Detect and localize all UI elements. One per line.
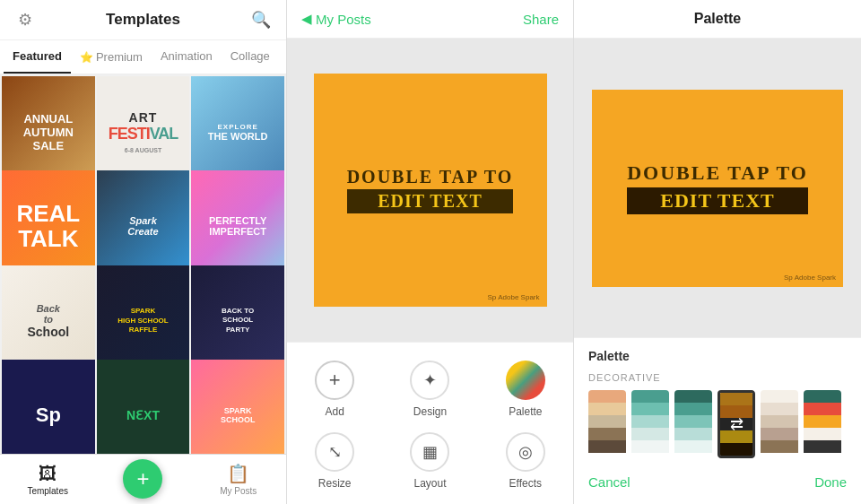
tool-resize-label: Resize <box>318 477 352 490</box>
template-11[interactable]: NƐXT <box>97 360 190 454</box>
left-panel: ⚙ Templates 🔍 Featured ⭐ Premium Animati… <box>0 0 287 504</box>
shuffle-selected-icon: ⇄ <box>730 414 744 434</box>
tab-featured[interactable]: Featured <box>4 40 71 74</box>
fab-button[interactable]: + <box>123 459 162 499</box>
tool-palette[interactable]: Palette <box>478 353 573 425</box>
share-button[interactable]: Share <box>523 12 559 27</box>
tool-add[interactable]: + Add <box>287 353 382 425</box>
right-panel-header: Palette <box>574 0 861 39</box>
swatch-4-selected[interactable]: ⇄ <box>718 390 755 458</box>
palette-panel: Palette DECORATIVE <box>574 337 861 504</box>
premium-star-icon: ⭐ <box>80 51 93 64</box>
tool-add-label: Add <box>325 405 344 418</box>
add-icon: + <box>315 361 354 400</box>
swatch-3[interactable] <box>674 390 712 458</box>
left-header: ⚙ Templates 🔍 <box>0 0 286 40</box>
tool-design[interactable]: ✦ Design <box>382 353 477 425</box>
swatch-2[interactable] <box>631 390 669 458</box>
back-label: My Posts <box>316 12 371 27</box>
tool-effects-label: Effects <box>509 477 542 490</box>
canvas-area: DOUBLE TAP TO EDIT TEXT Sp Adobe Spark <box>287 39 573 342</box>
adobe-spark-icon: Sp <box>487 293 496 301</box>
tool-layout-label: Layout <box>413 477 446 490</box>
swatch-1[interactable] <box>588 390 626 458</box>
tools-row: + Add ✦ Design Palette ⤡ Resize ▦ Layout… <box>287 342 573 504</box>
middle-header: ◀ My Posts Share <box>287 0 573 39</box>
nav-fab[interactable]: + <box>95 459 190 500</box>
right-panel: Palette DOUBLE TAP TO EDIT TEXT Sp Adobe… <box>574 0 861 504</box>
nav-my-posts-label: My Posts <box>220 486 257 496</box>
left-panel-title: Templates <box>36 11 250 29</box>
effects-icon: ◎ <box>506 432 545 472</box>
nav-templates[interactable]: 🖼 Templates <box>0 464 95 496</box>
back-chevron-icon: ◀ <box>301 11 312 27</box>
resize-icon: ⤡ <box>315 432 354 472</box>
tool-effects[interactable]: ◎ Effects <box>478 425 573 497</box>
tab-premium[interactable]: ⭐ Premium <box>71 40 152 74</box>
my-posts-nav-icon: 📋 <box>227 463 249 484</box>
template-12[interactable]: SPARKSCHOOL <box>191 360 284 454</box>
swatch-6[interactable] <box>804 390 841 458</box>
canvas-line2: EDIT TEXT <box>347 189 514 213</box>
canvas-box[interactable]: DOUBLE TAP TO EDIT TEXT Sp Adobe Spark <box>314 74 547 307</box>
bottom-nav: 🖼 Templates + 📋 My Posts <box>0 454 286 504</box>
right-canvas-line2: EDIT TEXT <box>627 187 808 214</box>
right-canvas-box[interactable]: DOUBLE TAP TO EDIT TEXT Sp Adobe Spark <box>592 90 843 287</box>
right-adobe-spark-badge: Sp Adobe Spark <box>784 274 836 282</box>
tab-collage[interactable]: Collage <box>222 40 279 74</box>
adobe-spark-badge: Sp Adobe Spark <box>487 293 539 301</box>
cancel-button[interactable]: Cancel <box>588 474 631 490</box>
right-adobe-spark-icon: Sp <box>784 274 793 282</box>
right-canvas-line1: DOUBLE TAP TO <box>627 161 808 185</box>
layout-icon: ▦ <box>410 432 449 472</box>
decorative-label: DECORATIVE <box>588 372 847 383</box>
swatch-5[interactable] <box>761 390 798 458</box>
search-icon[interactable]: 🔍 <box>250 9 272 30</box>
nav-templates-label: Templates <box>27 486 68 496</box>
tab-animation[interactable]: Animation <box>152 40 222 74</box>
canvas-text: DOUBLE TAP TO EDIT TEXT <box>347 167 514 213</box>
palette-panel-title: Palette <box>588 349 847 363</box>
tabs-row: Featured ⭐ Premium Animation Collage <box>0 40 286 74</box>
canvas-line1: DOUBLE TAP TO <box>347 167 514 187</box>
right-canvas-area: DOUBLE TAP TO EDIT TEXT Sp Adobe Spark <box>574 39 861 337</box>
tool-design-label: Design <box>413 405 447 418</box>
gear-icon[interactable]: ⚙ <box>14 9 36 30</box>
palette-swatches: ⇄ <box>588 390 847 458</box>
tool-palette-label: Palette <box>509 405 542 418</box>
back-button[interactable]: ◀ My Posts <box>301 11 371 27</box>
template-10[interactable]: Sp <box>2 360 95 454</box>
tool-layout[interactable]: ▦ Layout <box>382 425 477 497</box>
design-icon: ✦ <box>410 361 449 400</box>
palette-icon <box>506 361 545 400</box>
middle-panel: ◀ My Posts Share DOUBLE TAP TO EDIT TEXT… <box>287 0 574 504</box>
templates-grid: ANNUALAUTUMNSALE ART FESTIVAL 6-8 AUGUST… <box>0 74 286 454</box>
done-button[interactable]: Done <box>814 474 847 490</box>
right-canvas-text: DOUBLE TAP TO EDIT TEXT <box>627 161 808 214</box>
palette-actions: Cancel Done <box>588 471 847 490</box>
templates-nav-icon: 🖼 <box>39 464 57 484</box>
tool-resize[interactable]: ⤡ Resize <box>287 425 382 497</box>
nav-my-posts[interactable]: 📋 My Posts <box>191 463 286 496</box>
